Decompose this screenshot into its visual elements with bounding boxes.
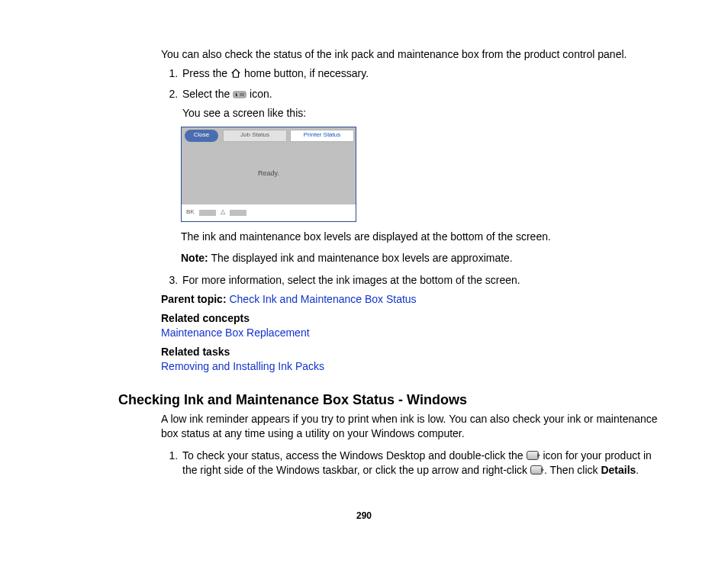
product-tray-icon bbox=[527, 451, 540, 462]
related-tasks-block: Related tasks Removing and Installing In… bbox=[161, 345, 668, 374]
step-2: Select the icon. You see a screen like t… bbox=[181, 87, 668, 121]
windows-steps-list: To check your status, access the Windows… bbox=[161, 449, 668, 478]
section-heading-windows: Checking Ink and Maintenance Box Status … bbox=[118, 391, 668, 409]
win-step1-a: To check your status, access the Windows… bbox=[182, 449, 527, 462]
related-concepts-link[interactable]: Maintenance Box Replacement bbox=[161, 327, 310, 339]
step-2-line1-post: icon. bbox=[246, 88, 272, 100]
step-2-line1-pre: Select the bbox=[182, 88, 233, 100]
step-1: Press the home button, if necessary. bbox=[181, 66, 668, 82]
related-tasks-label: Related tasks bbox=[161, 345, 668, 359]
screenshot-body: Ready. bbox=[182, 144, 356, 204]
screenshot-maint-bar bbox=[230, 210, 246, 216]
windows-step-1: To check your status, access the Windows… bbox=[181, 449, 668, 478]
product-tray-icon-2 bbox=[530, 465, 544, 476]
ink-level-icon bbox=[233, 88, 246, 103]
screenshot-triangle: △ bbox=[221, 208, 225, 217]
main-steps-list: Press the home button, if necessary. Sel… bbox=[161, 66, 668, 121]
details-label: Details bbox=[601, 464, 636, 476]
page-number: 290 bbox=[0, 510, 728, 522]
note-block: Note: The displayed ink and maintenance … bbox=[181, 251, 668, 265]
note-text: The displayed ink and maintenance box le… bbox=[208, 252, 513, 264]
related-concepts-label: Related concepts bbox=[161, 311, 668, 326]
parent-topic-line: Parent topic: Check Ink and Maintenance … bbox=[161, 292, 668, 307]
section-intro-text: A low ink reminder appears if you try to… bbox=[161, 412, 668, 441]
embedded-screenshot: Close Job Status Printer Status Ready. B… bbox=[181, 127, 668, 222]
win-step1-c: . Then click bbox=[544, 464, 601, 476]
screenshot-footer: BK △ bbox=[182, 204, 356, 221]
note-label: Note: bbox=[181, 252, 208, 264]
svg-rect-1 bbox=[240, 93, 244, 95]
step-3: For more information, select the ink ima… bbox=[181, 273, 668, 288]
parent-topic-link[interactable]: Check Ink and Maintenance Box Status bbox=[229, 293, 416, 305]
related-tasks-link[interactable]: Removing and Installing Ink Packs bbox=[161, 360, 324, 372]
intro-text: You can also check the status of the ink… bbox=[161, 47, 668, 62]
parent-topic-label: Parent topic: bbox=[161, 293, 227, 305]
screenshot-tab-job-status: Job Status bbox=[223, 130, 287, 142]
related-concepts-block: Related concepts Maintenance Box Replace… bbox=[161, 311, 668, 340]
main-steps-list-cont: For more information, select the ink ima… bbox=[161, 273, 668, 288]
step-1-post: home button, if necessary. bbox=[241, 67, 369, 79]
after-screenshot-text: The ink and maintenance box levels are d… bbox=[181, 230, 668, 244]
screenshot-bk-bar bbox=[199, 210, 216, 216]
screenshot-tab-printer-status: Printer Status bbox=[290, 130, 354, 142]
win-step1-d: . bbox=[636, 464, 639, 476]
home-icon bbox=[230, 68, 241, 82]
screenshot-close-button: Close bbox=[185, 130, 218, 142]
step-2-line2: You see a screen like this: bbox=[182, 106, 668, 121]
step-1-pre: Press the bbox=[182, 67, 230, 79]
screenshot-bk-label: BK bbox=[186, 208, 195, 217]
